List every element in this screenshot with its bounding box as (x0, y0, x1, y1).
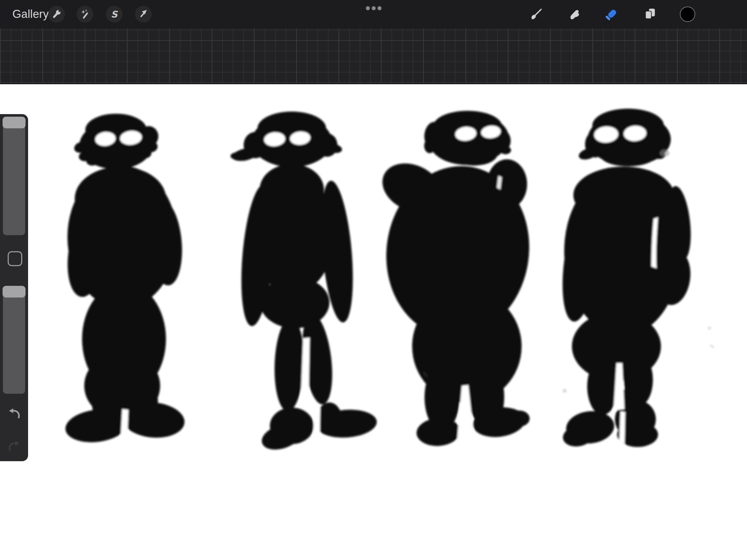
canvas-backdrop-grid (0, 28, 747, 84)
transform-button[interactable] (135, 6, 152, 23)
magic-wand-icon (78, 8, 92, 21)
selection-button[interactable]: S (106, 6, 123, 23)
color-swatch-circle (679, 5, 696, 23)
undo-button[interactable] (5, 404, 23, 422)
paint-tool-button[interactable] (529, 6, 545, 23)
layers-icon (642, 6, 658, 22)
eraser-icon (603, 6, 620, 23)
transform-arrow-icon (137, 8, 150, 21)
ellipsis-dot (378, 6, 382, 10)
opacity-slider-thumb[interactable] (3, 286, 26, 298)
svg-text:S: S (111, 9, 118, 20)
redo-button[interactable] (5, 436, 23, 455)
canvas-options-handle[interactable] (366, 6, 382, 11)
brush-icon (529, 6, 545, 22)
adjustments-button[interactable] (77, 6, 93, 23)
top-toolbar: Gallery S (0, 0, 747, 28)
smudge-finger-icon (566, 6, 582, 22)
drawing-canvas[interactable] (0, 83, 747, 560)
sidebar-controls (0, 114, 28, 461)
layers-button[interactable] (642, 6, 658, 23)
erase-tool-button[interactable] (603, 6, 620, 23)
opacity-slider[interactable] (3, 286, 25, 394)
actions-button[interactable] (48, 6, 65, 23)
smudge-tool-button[interactable] (566, 6, 583, 23)
brush-size-slider[interactable] (3, 117, 25, 235)
selection-s-icon: S (108, 8, 121, 21)
procreate-workspace: Gallery S (0, 0, 747, 560)
wrench-icon (50, 8, 63, 21)
redo-arrow-icon (6, 438, 22, 453)
modify-button[interactable] (8, 251, 22, 266)
ellipsis-dot (372, 6, 376, 10)
ellipsis-dot (366, 6, 370, 10)
undo-arrow-icon (6, 406, 22, 420)
brush-size-slider-thumb[interactable] (3, 117, 26, 128)
color-swatch-button[interactable] (679, 6, 696, 23)
gallery-button[interactable]: Gallery (12, 0, 49, 28)
